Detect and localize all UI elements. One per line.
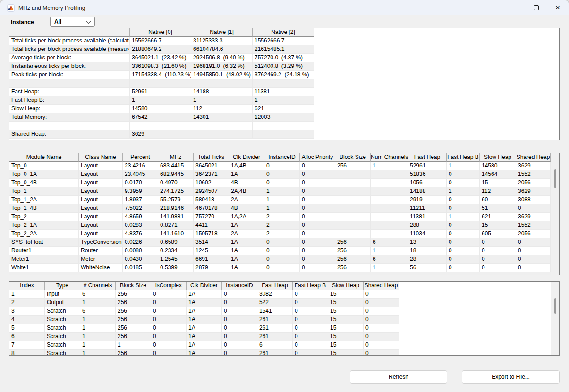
- table-row[interactable]: Average ticks per block:3645021.1 (23.42…: [9, 54, 314, 62]
- table-cell: 0: [264, 264, 300, 272]
- table-cell: [335, 230, 371, 238]
- table-cell: 1A: [187, 307, 222, 316]
- table-cell: 589418: [194, 196, 229, 204]
- table-cell: Layout: [79, 170, 123, 179]
- table-row[interactable]: 3Scratch625601A015410150: [9, 307, 399, 316]
- scrollbar-thumb[interactable]: [554, 169, 556, 188]
- table-cell: 0: [300, 187, 335, 196]
- maximize-button[interactable]: [525, 0, 547, 15]
- export-to-file-button[interactable]: Export to File...: [462, 370, 560, 384]
- table-row[interactable]: [9, 122, 314, 130]
- table-row[interactable]: Meter1Meter0.04301.254566911A00256628000: [9, 255, 551, 264]
- table-cell: 274.1725: [158, 187, 194, 196]
- column-header-type: Type: [45, 282, 80, 290]
- table-row[interactable]: 6Scratch125601A02610150: [9, 333, 399, 341]
- table-cell: 256: [335, 255, 371, 264]
- table-cell: 1: [447, 162, 480, 170]
- table-cell: 0.0185: [123, 264, 158, 272]
- table-cell: [335, 187, 371, 196]
- table-cell: 512400.8 (3.29 %): [253, 62, 314, 71]
- table-row[interactable]: Total ticks per block process available …: [9, 37, 314, 45]
- column-header-num-channels: Num Channels: [371, 153, 408, 162]
- table-row[interactable]: Shared Heap:3629: [9, 130, 314, 139]
- close-button[interactable]: ✕: [547, 0, 569, 15]
- table-cell: 15562666.7: [130, 37, 191, 45]
- table-cell: 4411: [194, 221, 229, 230]
- table-cell: 14188: [408, 187, 447, 196]
- table-row[interactable]: Router1Router0.00800.233412451A002561180…: [9, 247, 551, 255]
- table-row[interactable]: Top_2Layout4.8659141.98817572701A,2A2011…: [9, 213, 551, 221]
- refresh-button[interactable]: Refresh: [350, 370, 447, 384]
- table-cell: 11381: [253, 88, 314, 96]
- table-cell: 261: [257, 333, 293, 341]
- table-cell: 1: [264, 196, 300, 204]
- table-cell: 682.9445: [158, 170, 194, 179]
- column-header--channels: # Channels: [80, 282, 116, 290]
- table-cell: 3514: [194, 238, 229, 247]
- table-cell: 0: [364, 350, 399, 356]
- table-row[interactable]: Top_2_2ALayout4.8376141.161015057182A201…: [9, 230, 551, 238]
- table-cell: 4B: [229, 204, 264, 213]
- table-row[interactable]: Fast Heap B:111: [9, 96, 314, 105]
- table-cell: 6: [257, 341, 293, 350]
- table-row[interactable]: Total ticks per block process available …: [9, 45, 314, 54]
- table-cell: 1A,2A: [229, 213, 264, 221]
- table-cell: 0: [151, 316, 187, 324]
- table-row[interactable]: Top_0Layout23.4216683.441536450211A,4B00…: [9, 162, 551, 170]
- table-cell: 0: [364, 341, 399, 350]
- vertical-scrollbar[interactable]: [551, 282, 559, 355]
- table-cell: 1: [253, 96, 314, 105]
- table-cell: 0.0226: [123, 238, 158, 247]
- table-row[interactable]: 1Input625601A030820150: [9, 290, 399, 299]
- table-row[interactable]: Total Memory:675421430112003: [9, 113, 314, 122]
- table-cell: [9, 122, 130, 130]
- table-cell: 1A,4B: [229, 162, 264, 170]
- table-cell: 0: [293, 290, 328, 299]
- column-header-index: Index: [9, 282, 45, 290]
- table-cell: 6: [371, 238, 408, 247]
- table-row[interactable]: Top_1Layout9.3959274.172529245072A,4B101…: [9, 187, 551, 196]
- table-row[interactable]: Peak ticks per block:17154338.4 (110.23 …: [9, 71, 314, 79]
- table-cell: Top_1_2A: [9, 196, 79, 204]
- table-cell: 0: [222, 333, 257, 341]
- table-cell: 0: [447, 170, 480, 179]
- table-cell: 3642371: [194, 170, 229, 179]
- table-cell: Meter: [79, 255, 123, 264]
- table-cell: 15: [328, 290, 364, 299]
- table-row[interactable]: 7Scratch1101A060150: [9, 341, 399, 350]
- minimize-icon: [512, 8, 517, 8]
- table-cell: 1A: [187, 290, 222, 299]
- table-row[interactable]: 8Scratch125601A02610150: [9, 350, 399, 356]
- table-row[interactable]: [9, 79, 314, 88]
- vertical-scrollbar[interactable]: [551, 153, 559, 275]
- table-row[interactable]: 2Output125601A05220150: [9, 299, 399, 307]
- table-cell: [371, 179, 408, 187]
- table-cell: 0: [264, 170, 300, 179]
- table-row[interactable]: SYS_toFloatTypeConversion0.02260.6589351…: [9, 238, 551, 247]
- table-cell: 1A: [187, 324, 222, 333]
- table-row[interactable]: Top_0_1ALayout23.4045682.944536423711A00…: [9, 170, 551, 179]
- instance-dropdown[interactable]: All: [50, 17, 95, 27]
- table-row[interactable]: Top_1_2ALayout1.893755.25795894182A10291…: [9, 196, 551, 204]
- minimize-button[interactable]: [503, 0, 525, 15]
- table-cell: 141.9881: [158, 213, 194, 221]
- table-row[interactable]: Instantaneous ticks per block:3361098.3 …: [9, 62, 314, 71]
- table-cell: 5: [9, 324, 45, 333]
- titlebar[interactable]: MHz and Memory Profiling ✕: [0, 0, 569, 15]
- table-row[interactable]: 5Scratch125601A02610150: [9, 324, 399, 333]
- table-row[interactable]: Fast Heap:529611418811381: [9, 88, 314, 96]
- table-cell: 757270.0 (4.87 %): [253, 54, 314, 62]
- buffer-table-body: 1Input625601A0308201502Output125601A0522…: [9, 290, 559, 356]
- table-cell: Scratch: [45, 341, 80, 350]
- table-cell: 0.4970: [158, 179, 194, 187]
- table-cell: 0: [300, 213, 335, 221]
- table-cell: 0: [300, 170, 335, 179]
- table-row[interactable]: Top_0_4BLayout0.01700.4970106024B0010560…: [9, 179, 551, 187]
- table-row[interactable]: White1WhiteNoise0.01850.539928791A002561…: [9, 264, 551, 272]
- module-table-body: Top_0Layout23.4216683.441536450211A,4B00…: [9, 162, 559, 272]
- table-row[interactable]: 4Scratch125601A02610150: [9, 316, 399, 324]
- table-row[interactable]: Top_1_4BLayout7.5022218.914646701784B101…: [9, 204, 551, 213]
- table-row[interactable]: Slow Heap:14580112621: [9, 105, 314, 113]
- table-row[interactable]: Top_2_1ALayout0.02830.827144111A20288015…: [9, 221, 551, 230]
- scrollbar-thumb[interactable]: [554, 298, 556, 314]
